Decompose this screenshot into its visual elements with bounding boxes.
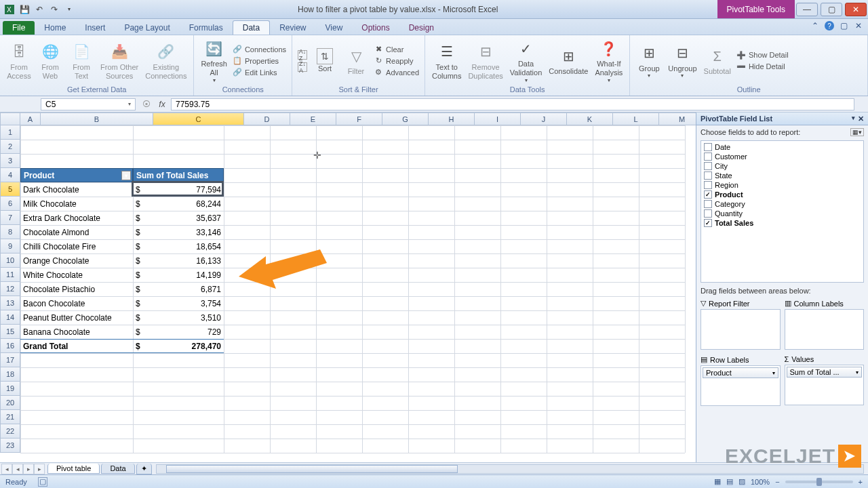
macro-record-icon[interactable]: ▢: [38, 477, 47, 487]
cell[interactable]: 729: [133, 325, 224, 339]
checkbox-icon[interactable]: [704, 152, 712, 161]
filter-dropzone[interactable]: [701, 309, 781, 350]
from-web-button[interactable]: 🌐From Web: [35, 40, 65, 81]
row-header[interactable]: 10: [0, 253, 20, 268]
checkbox-icon[interactable]: [704, 209, 712, 218]
cell[interactable]: White Chocolate: [20, 268, 133, 282]
row-header[interactable]: 17: [0, 353, 20, 367]
edit-links-button[interactable]: 🔗Edit Links: [231, 67, 288, 78]
save-icon[interactable]: 💾: [18, 3, 31, 16]
column-header[interactable]: M: [659, 113, 696, 125]
checkbox-icon[interactable]: [704, 162, 712, 170]
values-pill[interactable]: Sum of Total ...▾: [787, 367, 863, 378]
row-header[interactable]: 22: [0, 424, 20, 439]
show-detail-button[interactable]: ➕Show Detail: [735, 49, 790, 60]
tab-review[interactable]: Review: [270, 21, 315, 35]
column-header[interactable]: G: [382, 113, 429, 125]
row-header[interactable]: 8: [0, 225, 20, 239]
sort-az-button[interactable]: A↓Z: [296, 49, 309, 60]
redo-icon[interactable]: ↷: [47, 3, 61, 16]
row-header[interactable]: 16: [0, 339, 20, 353]
field-item[interactable]: State: [703, 171, 862, 180]
row-header[interactable]: 18: [0, 367, 20, 382]
field-item[interactable]: ✓Product: [703, 190, 862, 199]
values-dropzone[interactable]: Sum of Total ...▾: [785, 365, 865, 405]
row-header[interactable]: 1: [0, 125, 20, 140]
tab-options[interactable]: Options: [352, 21, 399, 35]
horizontal-scrollbar[interactable]: [156, 464, 864, 474]
close-button[interactable]: ✕: [845, 3, 867, 16]
tab-page-layout[interactable]: Page Layout: [115, 21, 179, 35]
row-header[interactable]: 6: [0, 197, 20, 211]
checkbox-icon[interactable]: ✓: [704, 219, 712, 227]
tab-insert[interactable]: Insert: [75, 21, 115, 35]
row-header[interactable]: 4: [0, 168, 20, 182]
column-dropzone[interactable]: [785, 309, 865, 350]
ungroup-button[interactable]: ⊟Ungroup▾: [665, 41, 699, 81]
minimize-ribbon-icon[interactable]: ⌃: [810, 20, 821, 31]
tab-home[interactable]: Home: [35, 21, 75, 35]
checkbox-icon[interactable]: [704, 171, 712, 180]
cell[interactable]: Peanut Butter Chocolate: [20, 310, 133, 325]
row-header[interactable]: 21: [0, 410, 20, 424]
row-header[interactable]: 7: [0, 211, 20, 225]
tab-nav[interactable]: ◂◂▸▸: [0, 464, 46, 474]
maximize-button[interactable]: ▢: [821, 3, 842, 16]
filter-dropdown-icon[interactable]: ▾: [121, 171, 131, 180]
advanced-button[interactable]: ⚙Advanced: [372, 67, 420, 78]
row-header[interactable]: 13: [0, 296, 20, 310]
view-normal-icon[interactable]: ▦: [714, 477, 721, 486]
cell[interactable]: 14,199: [133, 268, 224, 282]
cell[interactable]: Sum of Total Sales: [133, 168, 224, 182]
checkbox-icon[interactable]: ✓: [704, 190, 712, 199]
cell[interactable]: Orange Chocolate: [20, 253, 133, 268]
cell[interactable]: Chilli Chocolate Fire: [20, 239, 133, 253]
tab-design[interactable]: Design: [399, 21, 443, 35]
tab-view[interactable]: View: [316, 21, 353, 35]
from-other-button[interactable]: 📥From Other Sources: [98, 40, 141, 81]
field-item[interactable]: City: [703, 161, 862, 171]
view-pagebreak-icon[interactable]: ▨: [738, 477, 745, 486]
column-header[interactable]: J: [521, 113, 567, 125]
field-item[interactable]: Date: [703, 142, 862, 152]
column-header[interactable]: L: [613, 113, 659, 125]
close-workbook-icon[interactable]: ✕: [853, 20, 864, 31]
existing-connections-button[interactable]: 🔗Existing Connections: [142, 40, 189, 81]
filter-button[interactable]: ▽Filter: [341, 44, 371, 77]
cell[interactable]: Product▾: [20, 168, 133, 182]
cell[interactable]: 77,594: [133, 182, 224, 197]
cell[interactable]: Banana Chocolate: [20, 325, 133, 339]
field-item[interactable]: Category: [703, 199, 862, 209]
from-access-button[interactable]: 🗄From Access: [4, 40, 34, 81]
tab-data[interactable]: Data: [233, 20, 270, 35]
row-header[interactable]: 2: [0, 140, 20, 154]
column-header[interactable]: D: [244, 113, 290, 125]
view-layout-icon[interactable]: ▤: [726, 477, 733, 486]
cell[interactable]: Chocolate Almond: [20, 225, 133, 239]
data-validation-button[interactable]: ✓Data Validation▾: [507, 37, 545, 84]
zoom-out-icon[interactable]: −: [775, 478, 779, 486]
text-to-columns-button[interactable]: ☰Text to Columns: [429, 40, 464, 81]
undo-icon[interactable]: ↶: [33, 3, 46, 16]
file-tab[interactable]: File: [3, 21, 35, 35]
row-pill[interactable]: Product▾: [703, 367, 778, 378]
minimize-button[interactable]: —: [796, 3, 818, 16]
cell[interactable]: Bacon Chocolate: [20, 296, 133, 310]
cell[interactable]: 6,871: [133, 282, 224, 296]
help-icon[interactable]: ?: [825, 21, 834, 30]
hide-detail-button[interactable]: ➖Hide Detail: [735, 61, 790, 72]
field-list-dropdown-icon[interactable]: ▾: [852, 115, 855, 123]
field-item[interactable]: Quantity: [703, 209, 862, 218]
cell[interactable]: 35,637: [133, 211, 224, 225]
column-header[interactable]: B: [41, 113, 153, 125]
name-box[interactable]: C5▾: [41, 98, 136, 110]
qat-more-icon[interactable]: ▾: [62, 3, 76, 16]
consolidate-button[interactable]: ⊞Consolidate: [546, 44, 591, 77]
formula-input[interactable]: 77593.75: [171, 98, 854, 110]
column-header[interactable]: E: [290, 113, 336, 125]
cell[interactable]: Grand Total: [20, 339, 133, 353]
cell[interactable]: 278,470: [133, 339, 224, 353]
cell[interactable]: 33,146: [133, 225, 224, 239]
row-header[interactable]: 9: [0, 239, 20, 253]
column-header[interactable]: I: [475, 113, 521, 125]
